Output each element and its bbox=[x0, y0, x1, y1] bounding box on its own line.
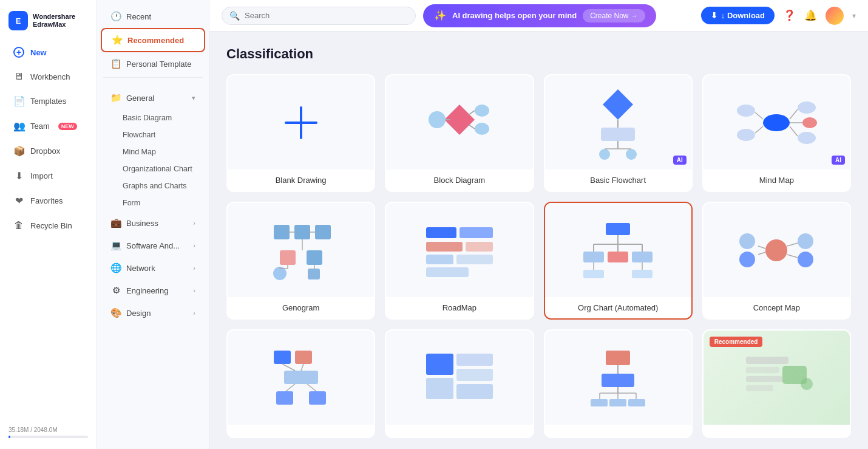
blank-drawing-label: Blank Drawing bbox=[228, 170, 374, 191]
card-grid: Blank Drawing bbox=[226, 74, 851, 438]
sub-form[interactable]: Form bbox=[97, 194, 209, 211]
sub-flowchart[interactable]: Flowchart bbox=[97, 126, 209, 143]
block-diagram-visual bbox=[386, 75, 532, 170]
design-chevron: › bbox=[193, 309, 195, 317]
svg-point-3 bbox=[429, 111, 446, 128]
business-chevron: › bbox=[193, 219, 195, 227]
user-avatar[interactable] bbox=[826, 7, 844, 25]
sub-basic-diagram[interactable]: Basic Diagram bbox=[97, 109, 209, 126]
sidebar-item-new[interactable]: + New bbox=[5, 41, 92, 64]
new-plus-icon: + bbox=[13, 47, 24, 58]
recent-icon: 🕐 bbox=[110, 11, 121, 22]
card-blank-drawing[interactable]: Blank Drawing bbox=[226, 74, 375, 192]
card-block-diagram[interactable]: Block Diagram bbox=[385, 74, 534, 192]
svg-rect-80 bbox=[309, 391, 326, 405]
svg-line-8 bbox=[469, 125, 475, 129]
team-icon: 👥 bbox=[13, 120, 24, 132]
mid-item-recent[interactable]: 🕐 Recent bbox=[101, 5, 205, 27]
sidebar-item-import[interactable]: ⬇ Import bbox=[5, 164, 92, 188]
svg-point-18 bbox=[763, 114, 790, 131]
svg-line-78 bbox=[307, 384, 316, 391]
svg-rect-100 bbox=[746, 385, 773, 391]
import-label: Import bbox=[30, 171, 53, 180]
card-recommended-visual[interactable]: Recommended bbox=[702, 329, 851, 438]
card-network1[interactable] bbox=[226, 329, 375, 438]
card-genogram[interactable]: Genogram bbox=[226, 202, 375, 320]
app-subtitle: EdrawMax bbox=[33, 21, 66, 28]
svg-rect-85 bbox=[456, 384, 493, 399]
section-network[interactable]: 🌐 Network › bbox=[101, 257, 205, 279]
svg-rect-31 bbox=[315, 225, 331, 239]
sidebar-item-workbench[interactable]: 🖥 Workbench bbox=[5, 65, 92, 88]
concept-map-label: Concept Map bbox=[704, 297, 850, 318]
card-org-chart[interactable]: Org Chart (Automated) bbox=[544, 202, 693, 320]
svg-point-19 bbox=[737, 105, 755, 117]
svg-point-64 bbox=[739, 233, 755, 249]
svg-rect-62 bbox=[632, 270, 653, 278]
section-engineering[interactable]: ⚙ Engineering › bbox=[101, 279, 205, 301]
section-business[interactable]: 💼 Business › bbox=[101, 212, 205, 234]
engineering-chevron: › bbox=[193, 287, 195, 294]
sidebar-item-recycle-bin[interactable]: 🗑 Recycle Bin bbox=[5, 214, 92, 237]
card-concept-map[interactable]: Concept Map bbox=[702, 202, 851, 320]
card-swimlane[interactable] bbox=[544, 329, 693, 438]
help-icon[interactable]: ❓ bbox=[783, 9, 796, 22]
app-name: Wondershare bbox=[33, 13, 75, 20]
svg-line-70 bbox=[787, 243, 798, 246]
search-bar[interactable]: 🔍 bbox=[222, 7, 416, 25]
genogram-visual bbox=[228, 203, 374, 297]
mid-item-recommended[interactable]: ⭐ Recommended bbox=[101, 28, 205, 52]
roadmap-visual bbox=[386, 203, 532, 297]
storage-bar-fill bbox=[8, 436, 10, 438]
software-icon: 💻 bbox=[110, 240, 121, 251]
svg-rect-35 bbox=[280, 250, 296, 265]
download-button[interactable]: ⬇ ↓ Download bbox=[701, 7, 775, 24]
mid-item-personal-template[interactable]: 📋 Personal Template bbox=[101, 53, 205, 75]
svg-point-65 bbox=[739, 252, 755, 267]
sub-org-chart[interactable]: Organizational Chart bbox=[97, 160, 209, 177]
ai-create-button[interactable]: Create Now → bbox=[583, 9, 645, 22]
search-input[interactable] bbox=[245, 11, 408, 20]
card-roadmap[interactable]: RoadMap bbox=[385, 202, 534, 320]
section-software[interactable]: 💻 Software And... › bbox=[101, 235, 205, 256]
notification-icon[interactable]: 🔔 bbox=[804, 9, 817, 22]
svg-rect-58 bbox=[632, 252, 653, 262]
treemap-label bbox=[386, 425, 532, 437]
svg-point-69 bbox=[798, 252, 813, 267]
sidebar-item-team[interactable]: 👥 Team NEW bbox=[5, 114, 92, 138]
team-badge: NEW bbox=[58, 123, 77, 130]
svg-rect-29 bbox=[274, 225, 290, 239]
engineering-label: Engineering bbox=[126, 286, 188, 295]
svg-line-66 bbox=[758, 246, 765, 248]
svg-line-28 bbox=[790, 126, 798, 136]
section-design[interactable]: 🎨 Design › bbox=[101, 302, 205, 324]
svg-rect-72 bbox=[274, 351, 291, 364]
svg-rect-81 bbox=[426, 354, 453, 375]
recent-label: Recent bbox=[126, 12, 151, 21]
import-icon: ⬇ bbox=[13, 170, 24, 182]
svg-rect-48 bbox=[456, 255, 493, 264]
svg-rect-74 bbox=[284, 371, 318, 384]
ai-banner[interactable]: ✨ AI drawing helps open your mind Create… bbox=[423, 4, 656, 27]
svg-rect-99 bbox=[746, 376, 782, 382]
svg-rect-86 bbox=[606, 351, 630, 365]
avatar-chevron[interactable]: ▾ bbox=[852, 12, 856, 20]
card-basic-flowchart[interactable]: AI Basic Flowchart bbox=[544, 74, 693, 192]
svg-rect-82 bbox=[426, 378, 453, 399]
engineering-icon: ⚙ bbox=[110, 285, 121, 296]
blank-drawing-visual bbox=[228, 75, 374, 170]
sub-graphs-charts[interactable]: Graphs and Charts bbox=[97, 177, 209, 194]
svg-rect-97 bbox=[746, 357, 788, 364]
sidebar-item-favorites[interactable]: ❤ Favorites bbox=[5, 189, 92, 213]
sidebar-item-dropbox[interactable]: 📦 Dropbox bbox=[5, 139, 92, 163]
card-treemap[interactable] bbox=[385, 329, 534, 438]
treemap-visual bbox=[386, 331, 532, 425]
personal-template-label: Personal Template bbox=[126, 60, 191, 69]
sub-mind-map[interactable]: Mind Map bbox=[97, 143, 209, 160]
section-general[interactable]: 📁 General ▾ bbox=[101, 87, 205, 109]
block-diagram-label: Block Diagram bbox=[386, 170, 532, 191]
card-mind-map[interactable]: AI Mind Map bbox=[702, 74, 851, 192]
general-label: General bbox=[126, 94, 154, 103]
sidebar-item-templates[interactable]: 📄 Templates bbox=[5, 89, 92, 113]
dropbox-icon: 📦 bbox=[13, 145, 24, 157]
